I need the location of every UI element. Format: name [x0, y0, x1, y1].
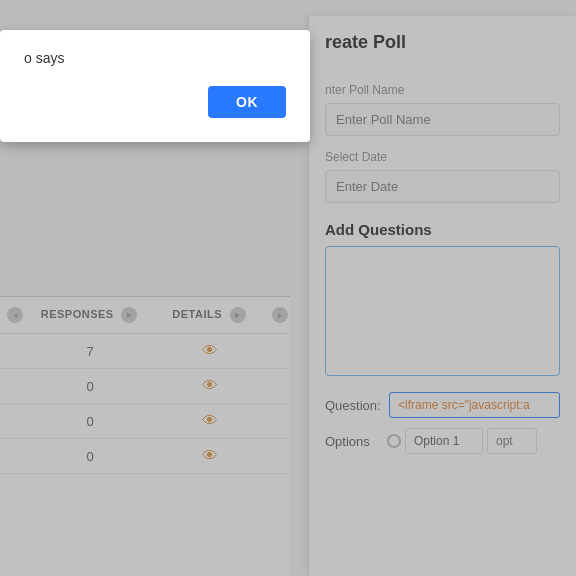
- alert-dialog: o says OK: [0, 30, 310, 142]
- alert-message: o says: [24, 50, 286, 66]
- alert-footer: OK: [24, 86, 286, 118]
- ok-button[interactable]: OK: [208, 86, 286, 118]
